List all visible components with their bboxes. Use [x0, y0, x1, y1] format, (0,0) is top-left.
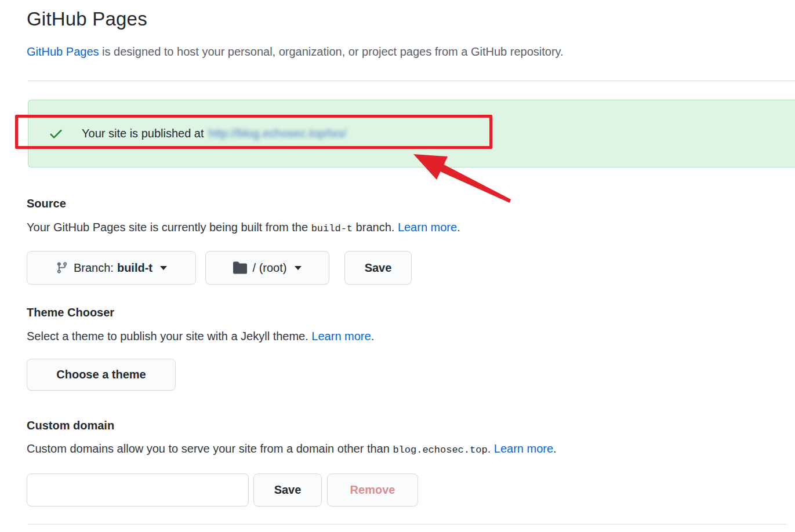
domain-desc-before: Custom domains allow you to serve your s… — [27, 442, 393, 455]
remove-domain-button[interactable]: Remove — [327, 473, 418, 507]
folder-button-label: / (root) — [253, 261, 287, 275]
published-url-link[interactable]: http://blog.echosec.top/txs/ — [209, 127, 347, 140]
custom-domain-description: Custom domains allow you to serve your s… — [27, 442, 557, 456]
source-heading: Source — [27, 197, 66, 210]
branch-button-value: build-t — [117, 261, 153, 275]
page-title: GitHub Pages — [27, 8, 147, 30]
domain-period: . — [553, 442, 557, 455]
folder-icon — [233, 261, 247, 275]
github-pages-settings-page: GitHub Pages GitHub Pages is designed to… — [0, 0, 795, 532]
check-icon — [48, 126, 64, 141]
domain-desc-mid: . — [488, 442, 494, 455]
theme-description: Select a theme to publish your site with… — [27, 330, 374, 343]
branch-button-label: Branch: — [74, 261, 114, 275]
banner-message: Your site is published at — [82, 127, 204, 140]
github-pages-link[interactable]: GitHub Pages — [27, 45, 99, 58]
branch-select-button[interactable]: Branch: build-t — [27, 251, 196, 285]
theme-learn-more-link[interactable]: Learn more — [311, 330, 371, 342]
caret-down-icon — [160, 266, 167, 270]
top-divider — [28, 81, 795, 81]
source-learn-more-link[interactable]: Learn more — [398, 221, 457, 234]
choose-theme-button[interactable]: Choose a theme — [27, 359, 176, 391]
theme-desc-text: Select a theme to publish your site with… — [27, 330, 311, 342]
save-source-button[interactable]: Save — [344, 251, 412, 285]
source-desc-mid: branch. — [353, 221, 398, 234]
theme-period: . — [371, 330, 375, 342]
domain-code: blog.echosec.top — [393, 444, 487, 456]
custom-domain-heading: Custom domain — [27, 419, 114, 432]
source-controls-row: Branch: build-t / (root) Save — [27, 251, 412, 285]
source-desc-before: Your GitHub Pages site is currently bein… — [27, 221, 311, 234]
git-branch-icon — [56, 261, 68, 274]
domain-learn-more-link[interactable]: Learn more — [494, 442, 553, 455]
intro-text: GitHub Pages is designed to host your pe… — [27, 45, 564, 59]
bottom-divider — [28, 524, 787, 524]
source-description: Your GitHub Pages site is currently bein… — [27, 221, 460, 234]
success-banner: Your site is published at http://blog.ec… — [28, 100, 795, 167]
source-period: . — [457, 221, 460, 234]
custom-domain-row: Save Remove — [27, 473, 418, 507]
custom-domain-input[interactable] — [27, 473, 249, 507]
folder-select-button[interactable]: / (root) — [205, 251, 329, 285]
caret-down-icon — [295, 266, 302, 270]
save-domain-button[interactable]: Save — [253, 473, 322, 507]
theme-chooser-heading: Theme Chooser — [27, 306, 114, 319]
intro-rest: is designed to host your personal, organ… — [99, 45, 564, 58]
branch-code: build-t — [311, 223, 353, 234]
